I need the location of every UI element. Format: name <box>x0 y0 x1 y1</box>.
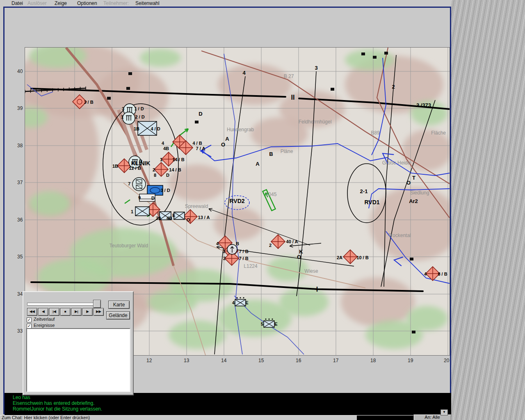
chat-line: Leo has <box>13 395 30 400</box>
map-label: Trockental <box>388 233 411 238</box>
axis-left-40: 40 <box>17 68 23 74</box>
map-label: B <box>269 151 273 157</box>
unit-ladder[interactable] <box>132 178 146 191</box>
map-label: Ar2 <box>409 198 418 204</box>
map-label: O <box>221 142 225 148</box>
building-icon <box>107 97 111 100</box>
map-label: 1 / D <box>134 106 144 111</box>
menu-optionen[interactable]: Optionen <box>77 0 97 6</box>
map-label: 14 / B <box>169 167 181 172</box>
map-label: 4 <box>162 141 164 146</box>
map-label: 7 / A <box>196 146 205 151</box>
building-icon <box>331 88 334 91</box>
map-label: 3./373 <box>416 102 431 108</box>
event-listbox[interactable] <box>26 328 130 392</box>
map-label: 4 / D <box>151 126 160 131</box>
map-label: 3 <box>315 65 317 71</box>
map-label: RVD2 <box>229 198 244 204</box>
window-border-top <box>3 7 451 8</box>
playback-step-forward-button[interactable]: ▶| <box>71 308 82 316</box>
time-slider-thumb[interactable] <box>93 300 101 308</box>
chat-area[interactable]: Leo hasEisenschwein has entered debriefi… <box>5 393 451 415</box>
chat-scroll-down-icon[interactable]: ▼ <box>441 409 448 415</box>
map-label: KLINIK <box>131 160 151 167</box>
map-label: E <box>245 300 248 305</box>
playback-play-button[interactable]: ▶ <box>82 308 93 316</box>
map-label: Spreewald <box>185 203 208 209</box>
karte-button[interactable]: Karte <box>108 301 130 309</box>
map-label: 1 <box>160 157 162 162</box>
menu-bar: DateiAuslöserZeigeOptionenTeilnehmer:Sei… <box>0 0 451 6</box>
terrain-forest <box>29 191 70 216</box>
status-black-segment <box>357 415 413 420</box>
map-label: 2 <box>153 167 155 172</box>
axis-bottom-13: 13 <box>184 358 189 363</box>
map-label: 3 / D <box>160 188 170 193</box>
playback-step-back-button[interactable]: |◀ <box>49 308 59 316</box>
map-label: 2A <box>156 216 162 221</box>
map-label: 2 <box>223 256 226 261</box>
menu-teilnehmer: Teilnehmer: <box>103 0 129 6</box>
axis-left-34: 34 <box>17 291 23 297</box>
window-border-left <box>3 7 5 414</box>
axis-left-33: 33 <box>17 328 23 334</box>
unit-red[interactable] <box>183 210 197 224</box>
menu-seitenwahl[interactable]: Seitenwahl <box>135 0 160 6</box>
replay-control-panel: ◀◀◀|◀■▶|▶▶▶ Karte Gelände ✓Zeitverlauf ✓… <box>23 291 134 395</box>
map-label: 8 / B <box>438 272 447 276</box>
map-label: 10 / B <box>356 255 368 260</box>
playback-back-button[interactable]: ◀ <box>38 308 48 316</box>
map-label: 1 <box>121 114 123 119</box>
axis-left-36: 36 <box>17 217 23 223</box>
app-screen: DateiAuslöserZeigeOptionenTeilnehmer:Sei… <box>0 0 525 420</box>
map-label: 2A <box>337 255 342 260</box>
map-label: Fläche <box>431 130 446 136</box>
map-label: 7 / B <box>239 256 248 261</box>
axis-bottom-15: 15 <box>258 358 264 363</box>
map-label: 4 <box>242 70 246 76</box>
building-icon <box>373 56 377 59</box>
map-label: 4B <box>163 146 169 151</box>
map-label: B <box>236 241 239 246</box>
unit-fence[interactable] <box>123 112 135 124</box>
chat-prompt[interactable]: Zum Chat: Hier klicken (oder Enter drück… <box>2 415 90 420</box>
unit-rectx[interactable] <box>174 212 185 219</box>
map-label: 8 <box>154 173 156 178</box>
terrain-forest <box>279 288 329 316</box>
map-label: Pläne <box>281 148 293 154</box>
chat-line: Eisenschwein has entered debriefing. <box>13 400 94 406</box>
unit-red[interactable] <box>271 235 285 249</box>
map-label: 7 / B <box>239 249 248 254</box>
unit-red[interactable] <box>343 250 357 264</box>
playback-rewind-button[interactable]: ◀◀ <box>27 308 37 316</box>
map-label: 9 <box>138 195 141 200</box>
axis-bottom-19: 19 <box>408 358 413 363</box>
zeitverlauf-checkbox-row: ✓Zeitverlauf <box>27 317 55 322</box>
menu-zeige[interactable]: Zeige <box>55 0 67 6</box>
building-icon <box>361 52 365 55</box>
map-label: Hunnengrab <box>227 127 254 132</box>
map-label: A <box>225 136 229 142</box>
playback-stop-button[interactable]: ■ <box>60 308 71 316</box>
gelaende-button[interactable]: Gelände <box>106 311 130 320</box>
map-label: 3 <box>223 249 225 254</box>
axis-bottom-12: 12 <box>146 358 152 363</box>
map-label: B 27 <box>284 73 294 79</box>
map-label: O <box>406 180 411 186</box>
playback-fast-forward-button[interactable]: ▶▶ <box>94 308 104 316</box>
chat-line: RommelJunior hat die Sitzung verlassen. <box>13 406 102 412</box>
ereignisse-checkbox-row: ✓Ereignisse <box>27 323 55 329</box>
map-label: 1B <box>134 126 139 131</box>
map-label: Teutoburger Wald <box>110 243 148 249</box>
map-label: 14 / B <box>172 157 184 162</box>
axis-left-37: 37 <box>17 180 23 185</box>
axis-bottom-16: 16 <box>296 358 301 363</box>
menu-datei[interactable]: Datei <box>11 0 23 6</box>
zeitverlauf-checkbox[interactable]: ✓ <box>27 317 32 322</box>
map-label: L1224 <box>244 263 258 269</box>
axis-left-38: 38 <box>17 143 23 148</box>
map-label: 2 <box>392 84 395 90</box>
time-slider-track[interactable] <box>27 303 97 306</box>
unit-rectx[interactable] <box>135 207 149 216</box>
map-label: T <box>412 175 415 181</box>
